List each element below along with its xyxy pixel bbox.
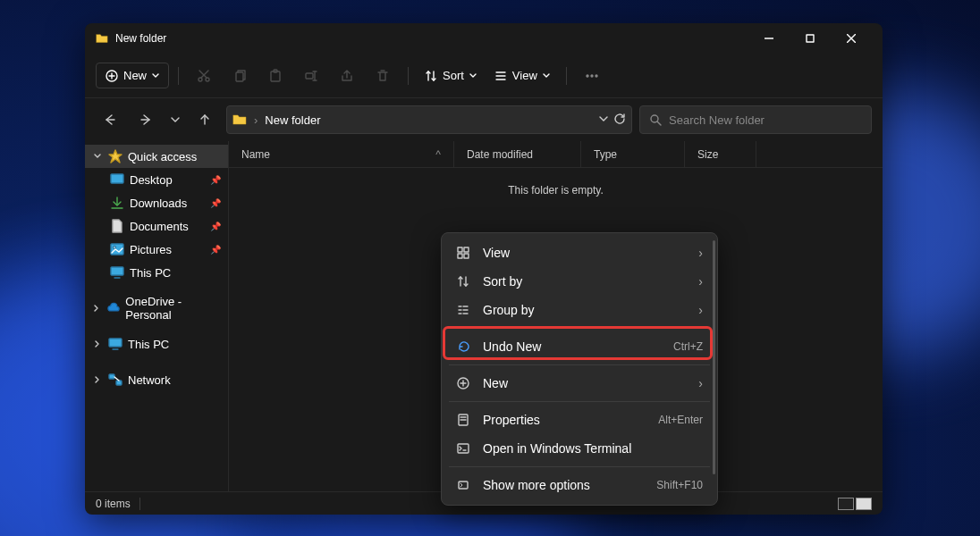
sidebar-item-downloads[interactable]: Downloads 📌	[85, 191, 228, 214]
context-menu: View › Sort by › Group by › Undo New Ctr…	[441, 232, 718, 506]
svg-rect-64	[459, 482, 468, 489]
column-date[interactable]: Date modified	[454, 141, 581, 167]
sidebar-network[interactable]: Network	[85, 368, 228, 391]
column-type[interactable]: Type	[581, 141, 685, 167]
sidebar-item-desktop[interactable]: Desktop 📌	[85, 168, 228, 191]
thispc-icon	[110, 265, 124, 280]
menu-undo-new[interactable]: Undo New Ctrl+Z	[447, 332, 712, 361]
column-name[interactable]: Name^	[229, 141, 454, 167]
documents-icon	[110, 219, 124, 233]
close-button[interactable]	[831, 23, 872, 54]
sort-icon	[425, 70, 437, 82]
svg-point-25	[596, 75, 597, 77]
sidebar-item-documents[interactable]: Documents 📌	[85, 214, 228, 238]
copy-icon[interactable]	[224, 60, 256, 92]
search-placeholder: Search New folder	[669, 113, 765, 127]
sidebar-item-label: Pictures	[130, 243, 172, 256]
forward-button[interactable]	[131, 105, 160, 134]
minimize-button[interactable]	[748, 23, 790, 54]
share-icon[interactable]	[331, 60, 363, 92]
search-bar[interactable]: Search New folder	[639, 105, 872, 134]
column-size[interactable]: Size	[685, 141, 756, 167]
chevron-right-icon	[92, 340, 103, 348]
sidebar-item-label: This PC	[130, 266, 171, 280]
svg-rect-46	[458, 254, 462, 258]
rename-icon[interactable]	[295, 60, 327, 92]
svg-rect-11	[236, 72, 243, 81]
menu-sort-by[interactable]: Sort by ›	[447, 267, 712, 296]
search-icon	[649, 113, 662, 126]
address-bar[interactable]: › New folder	[226, 105, 632, 134]
back-button[interactable]	[96, 105, 124, 134]
plus-icon	[456, 377, 470, 389]
svg-point-23	[587, 75, 588, 77]
sidebar: Quick access Desktop 📌 Downloads 📌 Docum…	[85, 141, 228, 491]
menu-group-by[interactable]: Group by ›	[447, 296, 712, 324]
menu-view[interactable]: View ›	[447, 239, 712, 267]
chevron-right-icon: ›	[254, 113, 258, 127]
pictures-icon	[110, 242, 124, 256]
svg-marker-31	[109, 150, 122, 163]
desktop-icon	[110, 172, 124, 187]
item-count: 0 items	[96, 498, 131, 510]
sidebar-item-pictures[interactable]: Pictures 📌	[85, 238, 228, 261]
svg-rect-39	[109, 339, 122, 347]
svg-rect-41	[109, 374, 114, 379]
sidebar-onedrive[interactable]: OneDrive - Personal	[85, 297, 228, 320]
up-button[interactable]	[190, 105, 219, 134]
menu-label: Group by	[483, 303, 535, 317]
refresh-icon[interactable]	[613, 113, 626, 128]
maximize-button[interactable]	[790, 23, 831, 54]
menu-shortcut: Alt+Enter	[658, 414, 703, 426]
titlebar[interactable]: New folder	[85, 23, 883, 54]
menu-label: New	[483, 376, 508, 390]
cloud-icon	[107, 301, 120, 315]
menu-label: Undo New	[483, 339, 541, 354]
sort-icon	[456, 275, 470, 288]
pin-icon: 📌	[210, 175, 221, 185]
menu-more-options[interactable]: Show more options Shift+F10	[447, 471, 712, 499]
sidebar-quick-access[interactable]: Quick access	[85, 145, 228, 168]
window-title: New folder	[115, 32, 166, 45]
chevron-right-icon: ›	[698, 246, 703, 260]
menu-label: View	[483, 246, 510, 260]
pin-icon: 📌	[210, 222, 221, 231]
scrollbar[interactable]	[713, 240, 715, 474]
thumbnails-view-toggle[interactable]	[856, 498, 872, 510]
chevron-down-icon[interactable]	[599, 113, 608, 128]
menu-terminal[interactable]: Open in Windows Terminal	[447, 434, 712, 463]
pin-icon: 📌	[210, 198, 221, 208]
menu-properties[interactable]: Properties Alt+Enter	[447, 406, 712, 434]
svg-line-30	[657, 121, 661, 125]
view-button[interactable]: View	[487, 69, 557, 82]
sidebar-item-label: Network	[128, 373, 171, 387]
recent-button[interactable]	[167, 105, 183, 134]
delete-icon[interactable]	[367, 60, 399, 92]
svg-rect-37	[111, 267, 123, 275]
svg-point-36	[114, 247, 116, 249]
folder-icon	[232, 113, 247, 127]
chevron-right-icon: ›	[698, 303, 703, 317]
new-button[interactable]: New	[96, 63, 169, 88]
cut-icon[interactable]	[188, 60, 220, 92]
sidebar-item-label: Documents	[130, 220, 189, 233]
empty-message: This folder is empty.	[229, 184, 883, 197]
sidebar-thispc-root[interactable]: This PC	[85, 332, 228, 356]
sidebar-item-label: Downloads	[130, 197, 187, 210]
folder-icon	[96, 32, 108, 45]
sort-label: Sort	[443, 69, 464, 82]
address-path: New folder	[265, 113, 320, 127]
menu-new[interactable]: New ›	[447, 369, 712, 398]
more-icon[interactable]	[576, 60, 608, 92]
toolbar: New Sort View	[85, 54, 883, 98]
sort-button[interactable]: Sort	[418, 69, 484, 82]
paste-icon[interactable]	[259, 60, 291, 92]
group-icon	[456, 304, 470, 316]
sidebar-item-thispc[interactable]: This PC	[85, 261, 228, 284]
chevron-down-icon	[92, 153, 103, 160]
chevron-down-icon	[543, 72, 550, 80]
svg-rect-44	[458, 247, 462, 252]
sidebar-item-label: OneDrive - Personal	[125, 295, 221, 322]
column-headers: Name^ Date modified Type Size	[229, 141, 883, 168]
details-view-toggle[interactable]	[838, 498, 854, 510]
